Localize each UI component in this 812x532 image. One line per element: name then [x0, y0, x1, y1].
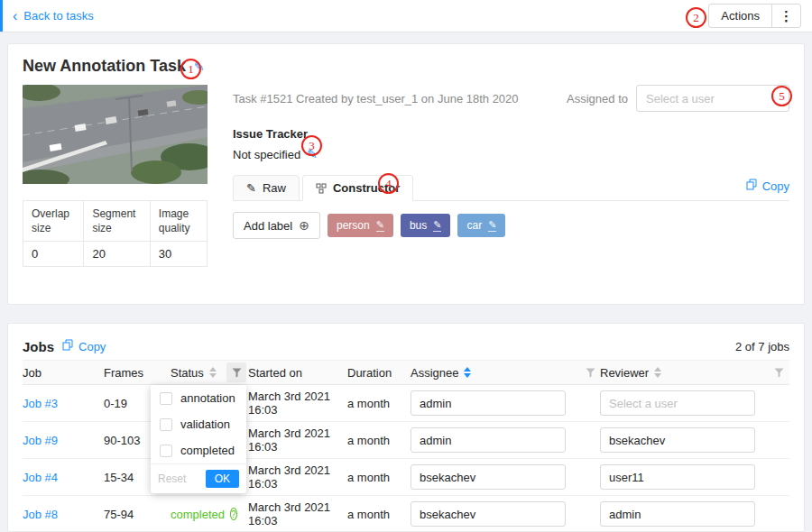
started-cell: March 3rd 2021 16:03	[248, 427, 347, 454]
constructor-icon	[316, 183, 327, 194]
tab-raw[interactable]: ✎ Raw	[233, 175, 300, 201]
page: ‹ Back to tasks Actions ⋮ New Annotation…	[0, 0, 812, 532]
label-chip-person[interactable]: person ✎	[328, 214, 393, 237]
column-status-label: Status	[171, 366, 204, 380]
checkbox-icon[interactable]	[160, 445, 172, 457]
started-cell: March 3rd 2021 16:03	[248, 390, 347, 417]
label-chip-car[interactable]: car ✎	[457, 214, 505, 237]
back-arrow-icon: ‹	[13, 9, 17, 23]
column-reviewer-label: Reviewer	[600, 366, 649, 380]
table-row: Job #4 15-34 March 3rd 2021 16:03 a mont…	[23, 459, 789, 496]
duration-cell: a month	[347, 397, 411, 410]
actions-button[interactable]: Actions ⋮	[708, 4, 801, 28]
param-value-overlap: 0	[23, 242, 84, 267]
assignee-input[interactable]	[411, 501, 566, 527]
add-label-text: Add label	[244, 219, 292, 233]
more-menu-icon[interactable]: ⋮	[772, 9, 800, 23]
annotation-circle-2: 2	[686, 7, 706, 28]
label-chip-car-name: car	[466, 219, 482, 232]
duration-cell: a month	[347, 471, 411, 484]
reviewer-input[interactable]	[600, 427, 755, 453]
plus-circle-icon: ⊕	[299, 219, 309, 232]
param-header-segment: Segment size	[84, 201, 150, 242]
copy-labels-label: Copy	[762, 179, 789, 193]
job-link[interactable]: Job #4	[23, 471, 104, 484]
column-assignee-sort[interactable]: Assignee	[411, 366, 580, 380]
left-edge-accent	[0, 0, 3, 32]
status-cell: completed ?	[171, 508, 225, 521]
annotation-circle-5: 5	[771, 86, 792, 106]
reviewer-input[interactable]	[600, 464, 755, 490]
copy-labels-link[interactable]: Copy	[746, 179, 789, 200]
reviewer-input[interactable]	[600, 501, 755, 527]
label-chip-bus-name: bus	[410, 219, 427, 232]
column-assignee-label: Assignee	[411, 366, 458, 380]
annotation-circle-4: 4	[378, 173, 399, 194]
task-title-row: New Annotation Task ✎	[23, 57, 789, 76]
edit-label-icon[interactable]: ✎	[376, 219, 384, 232]
copy-jobs-link[interactable]: Copy	[62, 339, 106, 353]
assignee-filter-icon[interactable]	[580, 368, 600, 378]
checkbox-icon[interactable]	[160, 392, 172, 405]
started-cell: March 3rd 2021 16:03	[248, 500, 347, 527]
started-cell: March 3rd 2021 16:03	[248, 463, 347, 491]
job-link[interactable]: Job #8	[23, 508, 104, 521]
task-left-column: Overlap size Segment size Image quality …	[23, 85, 208, 267]
back-to-tasks-link[interactable]: ‹ Back to tasks	[13, 9, 94, 23]
copy-icon	[62, 339, 73, 353]
table-row: Job #8 75-94 completed ? March 3rd 2021 …	[23, 496, 789, 532]
task-parameters-table: Overlap size Segment size Image quality …	[23, 200, 208, 267]
checkbox-icon[interactable]	[160, 418, 172, 431]
task-title: New Annotation Task	[23, 57, 186, 76]
column-started-on: Started on	[248, 366, 347, 380]
column-duration: Duration	[347, 366, 411, 380]
jobs-card: Jobs Copy 2 of 7 jobs Job Frames Status …	[7, 323, 805, 532]
sort-carets-icon	[654, 367, 661, 378]
edit-label-icon[interactable]: ✎	[433, 219, 441, 232]
copy-icon	[746, 179, 757, 193]
column-status-sort[interactable]: Status	[171, 366, 225, 380]
assignee-input[interactable]	[411, 390, 566, 416]
filter-option-annotation[interactable]: annotation	[151, 385, 246, 411]
task-assignee-input[interactable]	[636, 85, 789, 112]
edit-label-icon[interactable]: ✎	[488, 219, 496, 232]
column-reviewer-sort[interactable]: Reviewer	[600, 366, 768, 380]
assigned-to-group: Assigned to	[567, 85, 789, 112]
column-job: Job	[23, 366, 104, 380]
label-chip-bus[interactable]: bus ✎	[401, 214, 451, 237]
jobs-count: 2 of 7 jobs	[735, 340, 789, 353]
add-label-button[interactable]: Add label ⊕	[233, 212, 320, 239]
job-link[interactable]: Job #3	[23, 397, 104, 410]
actions-label: Actions	[709, 9, 771, 23]
sort-carets-icon	[209, 367, 217, 378]
assignee-input[interactable]	[411, 427, 566, 453]
task-preview-image	[23, 85, 208, 184]
back-to-tasks-label: Back to tasks	[23, 9, 93, 23]
raw-pencil-icon: ✎	[246, 181, 256, 195]
reviewer-filter-icon[interactable]	[768, 368, 789, 378]
copy-jobs-label: Copy	[78, 340, 106, 353]
filter-option-label: annotation	[180, 391, 235, 405]
param-header-quality: Image quality	[150, 201, 207, 242]
status-completed: completed	[171, 508, 225, 521]
filter-option-label: validation	[180, 417, 230, 431]
status-filter-icon[interactable]	[225, 362, 248, 382]
reviewer-input[interactable]	[600, 390, 755, 416]
filter-option-validation[interactable]: validation	[151, 411, 246, 437]
job-link[interactable]: Job #9	[23, 434, 104, 447]
column-frames: Frames	[104, 366, 171, 380]
assignee-input[interactable]	[411, 464, 566, 490]
jobs-table-header: Job Frames Status Started on Duration As…	[23, 360, 789, 385]
assigned-to-label: Assigned to	[567, 92, 628, 105]
param-value-quality: 30	[150, 242, 207, 267]
question-circle-icon[interactable]: ?	[230, 508, 237, 520]
frames-cell: 75-94	[104, 508, 171, 521]
table-row: Job #9 90-103 March 3rd 2021 16:03 a mon…	[23, 422, 789, 459]
filter-option-completed[interactable]: completed	[151, 437, 246, 463]
filter-ok-button[interactable]: OK	[206, 470, 239, 488]
issue-tracker-value: Not specified	[233, 148, 300, 161]
annotation-circle-3: 3	[301, 135, 322, 156]
filter-reset-button[interactable]: Reset	[158, 472, 186, 485]
task-right-column: Task #1521 Created by test_user_1 on Jun…	[233, 85, 789, 267]
status-filter-dropdown: annotation validation completed Reset OK	[151, 385, 246, 493]
